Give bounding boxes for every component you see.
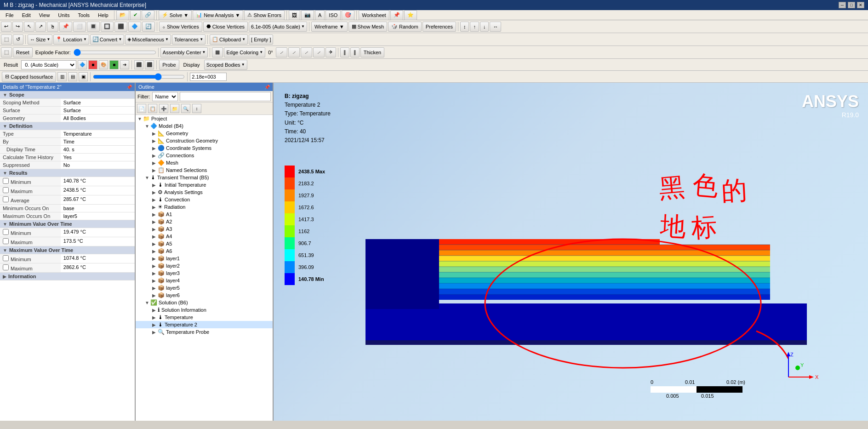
result-palette-icon[interactable]: 🎨 [99, 60, 108, 69]
tree-item[interactable]: ▶ℹSolution Information [136, 306, 273, 314]
angle-btn-3[interactable]: ⟋ [301, 47, 312, 57]
tree-expand-icon[interactable]: ▶ [152, 278, 158, 283]
tree-expand-icon[interactable]: ▶ [152, 138, 158, 143]
tb-icon-9[interactable]: 🔲 [101, 22, 114, 32]
tree-item[interactable]: ▶📦layer1 [136, 255, 273, 262]
tb3-icon2[interactable]: ↺ [13, 34, 23, 45]
avg-checkbox[interactable] [3, 196, 9, 202]
tb4-icon1[interactable]: ⬚ [1, 47, 12, 57]
tree-expand-icon[interactable]: ▶ [152, 153, 158, 158]
tree-item[interactable]: ▶☀Radiation [136, 203, 273, 211]
maxot-min-checkbox[interactable] [3, 255, 9, 261]
tree-expand-icon[interactable]: ▶ [152, 160, 158, 166]
size-dropdown[interactable]: ↔ Size ▼ [28, 34, 52, 45]
axis-icon-3[interactable]: ↓ [480, 22, 489, 32]
tb-icon-3[interactable]: ↖ [24, 22, 34, 32]
angle-btn-5[interactable]: ✈ [326, 47, 336, 57]
tree-item[interactable]: ▶🔗Connections [136, 152, 273, 159]
maximize-button[interactable]: □ [848, 2, 855, 8]
icon3[interactable]: A [315, 10, 325, 20]
maxot-max-checkbox[interactable] [3, 264, 9, 270]
worksheet-button[interactable]: Worksheet [359, 10, 389, 20]
show-errors-button[interactable]: ⚠ Show Errors [244, 10, 285, 20]
random-button[interactable]: 🎲 Random [388, 22, 422, 32]
auto-scale-dropdown[interactable]: 6.1e-005 (Auto Scale) ▼ [249, 22, 307, 32]
menu-tools[interactable]: Tools [74, 11, 93, 19]
outline-icon2[interactable]: 📋 [148, 104, 157, 113]
tb-icon-8[interactable]: 🔳 [87, 22, 100, 32]
result-arrow-icon[interactable]: ➔ [120, 60, 129, 69]
new-analysis-button[interactable]: 📊 New Analysis ▼ [193, 10, 243, 20]
tree-item[interactable]: ▶📦layer3 [136, 269, 273, 277]
menu-file[interactable]: File [2, 11, 17, 19]
axis-icon-4[interactable]: ↔ [490, 22, 501, 32]
tree-item[interactable]: ▶📦A4 [136, 233, 273, 240]
tree-expand-icon[interactable]: ▶ [152, 212, 158, 217]
tree-expand-icon[interactable]: ▶ [152, 286, 158, 291]
iso-slider[interactable] [93, 73, 185, 80]
tree-expand-icon[interactable]: ▶ [152, 227, 158, 232]
tree-item[interactable]: ▶📦A3 [136, 225, 273, 233]
tree-item[interactable]: ▶📦A5 [136, 240, 273, 247]
details-header[interactable]: Details of "Temperature 2" 📌 [0, 83, 135, 91]
outline-icon3[interactable]: ➕ [159, 104, 168, 113]
tree-expand-icon[interactable]: ▶ [152, 263, 158, 269]
tree-expand-icon[interactable]: ▶ [152, 241, 158, 246]
tb-icon-6[interactable]: 📌 [59, 22, 72, 32]
tree-expand-icon[interactable]: ▶ [152, 197, 158, 202]
tree-expand-icon[interactable]: ▶ [152, 131, 158, 136]
angle-btn-1[interactable]: ⟋ [276, 47, 287, 57]
tree-expand-icon[interactable]: ▶ [152, 330, 158, 335]
star-btn[interactable]: ⭐ [404, 10, 417, 20]
tb-icon-10[interactable]: ⬛ [114, 22, 127, 32]
tree-item[interactable]: ▶🔍Temperature Probe [136, 328, 273, 336]
result-cube-icon[interactable]: 🔷 [78, 60, 87, 69]
empty-dropdown[interactable]: [ Empty ] [249, 34, 273, 45]
tb3-icon1[interactable]: ⬚ [1, 34, 12, 45]
show-mesh-button[interactable]: ▦ Show Mesh [348, 22, 387, 32]
tree-expand-icon[interactable]: ▶ [152, 219, 158, 224]
solve-button[interactable]: ⚡ Solve ▼ [159, 10, 192, 20]
clipboard-dropdown[interactable]: 📋 Clipboard ▼ [210, 34, 248, 45]
scoped-bodies-dropdown[interactable]: Scoped Bodies ▼ [204, 60, 247, 70]
close-button[interactable]: ✕ [857, 2, 864, 8]
check-icon-btn[interactable]: ✔ [130, 10, 141, 20]
tree-expand-icon[interactable]: ▶ [152, 205, 158, 210]
tb-icon-7[interactable]: ⬜ [73, 22, 86, 32]
minimize-button[interactable]: ─ [839, 2, 846, 8]
tree-expand-icon[interactable]: ▼ [145, 175, 150, 180]
tree-item[interactable]: ▶📋Named Selections [136, 166, 273, 174]
iso-icon3[interactable]: ▣ [79, 72, 88, 81]
iso-icon1[interactable]: ▥ [57, 72, 67, 81]
outline-header[interactable]: Outline 📌 [136, 83, 273, 91]
icon1[interactable]: 🖼 [289, 10, 300, 20]
capped-isosurface-btn[interactable]: ⊟ Capped Isosurface [2, 72, 56, 82]
tree-item[interactable]: ▶⚙Analysis Settings [136, 189, 273, 196]
tb-icon-5[interactable]: 🖱 [47, 22, 58, 32]
menu-view[interactable]: View [35, 11, 54, 19]
tree-expand-icon[interactable]: ▶ [152, 308, 158, 313]
edge-coloring-dropdown[interactable]: Edge Coloring ▼ [224, 47, 265, 57]
tree-item[interactable]: ▼📁Project [136, 115, 273, 122]
tree-item[interactable]: ▶📐Geometry [136, 130, 273, 137]
result-dropdown-icon[interactable]: ■ [109, 60, 119, 69]
result-icon1[interactable]: ⬛ [134, 60, 143, 69]
tree-item[interactable]: ▶📦A6 [136, 247, 273, 255]
result-scale-dropdown[interactable]: 0. (Auto Scale) [21, 60, 76, 69]
link-icon-btn[interactable]: 🔗 [142, 10, 154, 20]
explode-slider[interactable] [74, 49, 156, 56]
tree-expand-icon[interactable]: ▶ [152, 234, 158, 239]
filter-input[interactable] [180, 92, 271, 101]
thicken-button[interactable]: Thicken [360, 47, 385, 57]
iso-icon2[interactable]: ▤ [68, 72, 77, 81]
location-dropdown[interactable]: 📍 Location ▼ [53, 34, 89, 45]
iso-value-input[interactable] [190, 73, 227, 81]
menu-help[interactable]: Help [94, 11, 112, 19]
outline-icon6[interactable]: ↕ [192, 104, 201, 113]
preferences-button[interactable]: Preferences [423, 22, 456, 32]
tree-item[interactable]: ▶📐Construction Geometry [136, 137, 273, 144]
menu-edit[interactable]: Edit [18, 11, 34, 19]
reset-button[interactable]: Reset [13, 47, 33, 57]
angle-btn-4[interactable]: ⟋ [313, 47, 325, 57]
tree-expand-icon[interactable]: ▼ [145, 124, 150, 129]
